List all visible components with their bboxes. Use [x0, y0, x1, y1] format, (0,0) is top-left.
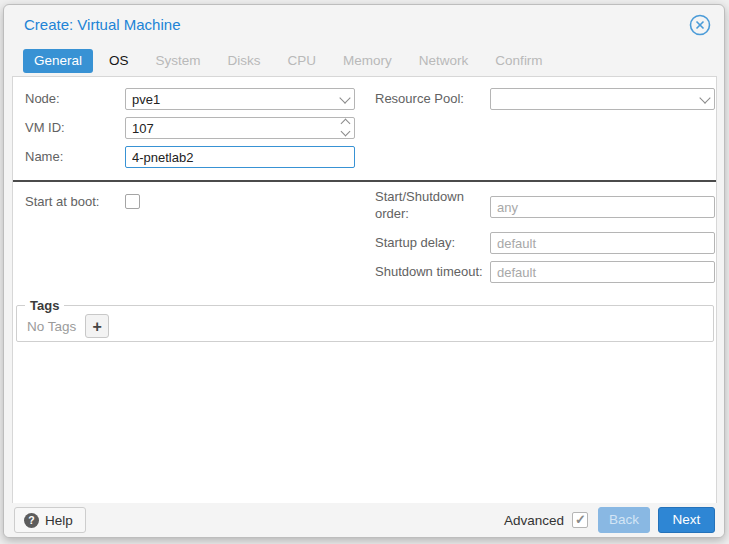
shutdown-timeout-input[interactable]: [490, 261, 715, 283]
name-input[interactable]: [125, 146, 355, 168]
help-label: Help: [45, 513, 73, 528]
add-tag-button[interactable]: +: [85, 314, 109, 338]
start-shutdown-order-label: Start/Shutdown order:: [375, 188, 480, 222]
startup-delay-label: Startup delay:: [375, 232, 455, 254]
name-label: Name:: [25, 146, 63, 168]
section-divider: [13, 180, 716, 182]
no-tags-text: No Tags: [27, 319, 76, 334]
back-button[interactable]: Back: [598, 507, 650, 533]
question-circle-icon: ?: [24, 513, 39, 528]
tags-legend: Tags: [25, 298, 64, 313]
tab-cpu[interactable]: CPU: [277, 49, 328, 73]
node-label: Node:: [25, 88, 60, 110]
start-at-boot-label: Start at boot:: [25, 191, 99, 213]
tab-disks[interactable]: Disks: [217, 49, 272, 73]
create-vm-dialog: Create: Virtual Machine GeneralOSSystemD…: [3, 4, 725, 538]
start-shutdown-order-input[interactable]: [490, 196, 715, 218]
tab-confirm[interactable]: Confirm: [484, 49, 553, 73]
dialog-title: Create: Virtual Machine: [24, 5, 180, 45]
resource-pool-select[interactable]: [490, 88, 715, 110]
close-icon[interactable]: [689, 14, 711, 36]
node-select[interactable]: [125, 88, 355, 110]
advanced-checkbox[interactable]: [572, 512, 588, 528]
advanced-label: Advanced: [504, 513, 564, 528]
help-button[interactable]: ? Help: [14, 507, 86, 533]
tab-network[interactable]: Network: [408, 49, 480, 73]
tags-fieldset: Tags No Tags +: [16, 298, 714, 342]
resource-pool-label: Resource Pool:: [375, 88, 464, 110]
shutdown-timeout-label: Shutdown timeout:: [375, 261, 483, 283]
tab-general[interactable]: General: [23, 49, 93, 73]
tab-memory[interactable]: Memory: [332, 49, 403, 73]
tab-os[interactable]: OS: [98, 49, 140, 73]
tab-bar: GeneralOSSystemDisksCPUMemoryNetworkConf…: [23, 49, 554, 73]
tab-system[interactable]: System: [145, 49, 212, 73]
general-tab-panel: Node: VM ID: Name: Resource Pool: Start …: [12, 76, 717, 506]
next-button[interactable]: Next: [658, 507, 715, 533]
vmid-input[interactable]: [125, 117, 355, 139]
vmid-label: VM ID:: [25, 117, 65, 139]
start-at-boot-checkbox[interactable]: [125, 194, 140, 209]
dialog-header: Create: Virtual Machine: [4, 5, 724, 45]
startup-delay-input[interactable]: [490, 232, 715, 254]
dialog-footer: ? Help Advanced Back Next: [4, 503, 724, 537]
